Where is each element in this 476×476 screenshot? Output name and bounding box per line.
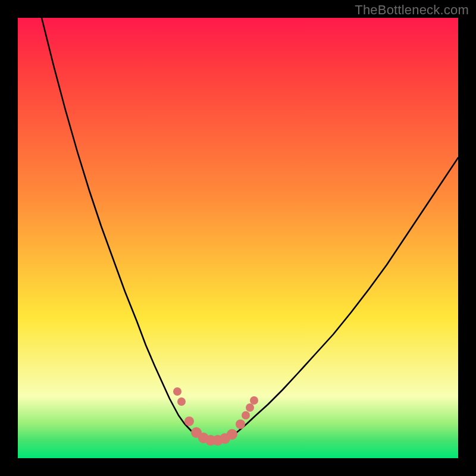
marker-dot: [236, 419, 245, 429]
marker-dot: [250, 396, 258, 405]
marker-dot: [177, 397, 186, 406]
marker-dot: [246, 403, 254, 412]
plot-area: [18, 18, 458, 458]
marker-dot: [227, 429, 237, 440]
marker-dot: [184, 416, 194, 426]
chart-frame: TheBottleneck.com: [0, 0, 476, 476]
watermark-text: TheBottleneck.com: [355, 2, 469, 18]
chart-svg: [18, 18, 458, 458]
marker-dot: [173, 387, 181, 396]
marker-dot: [242, 411, 250, 419]
gradient-background: [18, 18, 458, 458]
